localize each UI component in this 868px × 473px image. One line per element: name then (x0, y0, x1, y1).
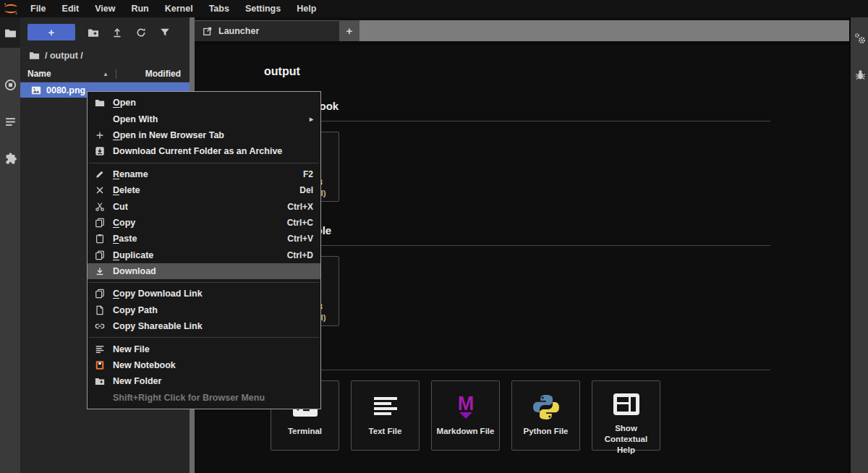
section-divider (264, 245, 770, 246)
folder-icon (29, 50, 40, 61)
menu-bar: File Edit View Run Kernel Tabs Settings … (0, 0, 868, 17)
sidebar-tab-toc[interactable] (0, 106, 20, 137)
menu-separator (89, 282, 319, 283)
menu-item-rename[interactable]: Rename F2 (88, 166, 320, 182)
menu-item-label: New Folder (113, 376, 313, 386)
menu-item-new-folder[interactable]: New Folder (88, 373, 320, 389)
new-launcher-button[interactable]: + (27, 24, 75, 41)
menu-item-label: New Notebook (113, 360, 313, 370)
menu-item-download[interactable]: Download (88, 263, 320, 279)
table-of-contents-icon (4, 116, 17, 128)
menu-shortcut: Ctrl+X (287, 202, 313, 212)
menu-item-label: Delete (113, 185, 299, 195)
section-header-other: Other (264, 349, 849, 361)
text-file-icon (371, 381, 400, 422)
download-icon (94, 266, 105, 276)
python-icon (532, 381, 561, 422)
text-lines-icon (94, 344, 105, 354)
sidebar-tab-property-inspector[interactable] (851, 27, 868, 49)
menu-view[interactable]: View (87, 0, 123, 17)
refresh-icon[interactable] (135, 27, 147, 38)
archive-download-icon (94, 146, 105, 156)
menu-item-copy-download-link[interactable]: Copy Download Link (88, 286, 320, 302)
jupyterlab-window: File Edit View Run Kernel Tabs Settings … (0, 0, 868, 473)
menu-item-label: Rename (113, 169, 303, 179)
menu-settings[interactable]: Settings (237, 0, 289, 17)
menu-item-copy[interactable]: Copy Ctrl+C (88, 215, 320, 231)
launcher-card-show-contextual-help[interactable]: Show Contextual Help (592, 380, 660, 451)
markdown-icon: M (451, 381, 480, 422)
running-kernels-icon (4, 79, 17, 91)
menu-item-label: Copy (113, 218, 287, 228)
sort-ascending-icon[interactable]: ▲ (103, 71, 109, 77)
section-header-console: Console (264, 224, 849, 236)
file-context-menu: Open Open With ▸ Open in New Browser Tab… (87, 91, 321, 409)
menu-item-open-in-new-browser-tab[interactable]: Open in New Browser Tab (88, 127, 320, 143)
menu-item-label: Download (113, 266, 313, 276)
notebook-card-row: Python 3 (ipykernel) (271, 132, 849, 202)
filter-icon[interactable] (159, 27, 171, 38)
menu-separator (89, 163, 319, 163)
launcher-card-python-file[interactable]: Python File (511, 380, 580, 451)
card-label: Terminal (286, 426, 324, 437)
menu-item-download-folder-archive[interactable]: Download Current Folder as an Archive (88, 143, 320, 159)
sidebar-tab-debugger[interactable] (851, 64, 868, 85)
menu-tabs[interactable]: Tabs (201, 0, 237, 17)
menu-item-label: Copy Download Link (113, 289, 313, 299)
menu-item-label: Copy Shareable Link (113, 321, 313, 331)
close-icon (94, 185, 105, 195)
menu-item-label: Open in New Browser Tab (113, 130, 313, 140)
copy-icon (94, 250, 105, 260)
menu-edit[interactable]: Edit (54, 0, 88, 17)
launcher-card-text-file[interactable]: Text File (351, 380, 420, 451)
card-label: Text File (367, 426, 404, 437)
menu-item-copy-path[interactable]: Copy Path (88, 302, 320, 318)
new-tab-button[interactable]: + (339, 20, 359, 41)
file-browser-toolbar: + (20, 17, 190, 43)
column-header-name[interactable]: Name (27, 69, 103, 79)
menu-shortcut: Del (299, 185, 313, 195)
menu-item-open[interactable]: Open (88, 95, 320, 111)
menu-item-cut[interactable]: Cut Ctrl+X (88, 198, 320, 214)
menu-separator (89, 337, 319, 338)
folder-icon (94, 98, 105, 108)
new-folder-icon (94, 376, 105, 386)
debugger-icon (854, 69, 867, 81)
upload-icon[interactable] (111, 27, 123, 38)
sidebar-tab-running[interactable] (0, 69, 20, 100)
menu-run[interactable]: Run (123, 0, 156, 17)
menu-help[interactable]: Help (289, 0, 324, 17)
menu-item-delete[interactable]: Delete Del (88, 182, 320, 198)
menu-item-paste[interactable]: Paste Ctrl+V (88, 231, 320, 247)
tab-bar: Launcher + (195, 20, 849, 45)
menu-file[interactable]: File (22, 0, 54, 17)
sidebar-tab-files[interactable] (0, 17, 20, 48)
file-icon (94, 305, 105, 315)
menu-item-open-with[interactable]: Open With ▸ (88, 111, 320, 127)
file-list-header: Name ▲ Modified (20, 66, 190, 82)
menu-item-new-notebook[interactable]: New Notebook (88, 357, 320, 373)
paste-icon (94, 234, 105, 244)
section-divider (264, 370, 770, 370)
breadcrumb-path: / output / (45, 51, 83, 61)
menu-kernel[interactable]: Kernel (157, 0, 201, 17)
file-name: 0080.png (46, 85, 85, 95)
menu-item-copy-shareable-link[interactable]: Copy Shareable Link (88, 318, 320, 334)
copy-icon (94, 289, 105, 299)
edit-icon (94, 169, 105, 179)
launcher-cwd-title: output (264, 65, 849, 78)
property-inspector-icon (854, 33, 867, 45)
launcher-icon (203, 26, 213, 36)
tab-label: Launcher (218, 26, 259, 36)
jupyter-logo-icon (2, 1, 20, 16)
cut-icon (94, 202, 105, 212)
tab-launcher[interactable]: Launcher (195, 20, 339, 41)
menu-item-new-file[interactable]: New File (88, 341, 320, 357)
breadcrumb[interactable]: / output / (20, 43, 190, 66)
launcher-card-markdown-file[interactable]: M Markdown File (431, 380, 500, 451)
column-divider (116, 69, 116, 79)
column-header-modified[interactable]: Modified (122, 69, 184, 79)
new-folder-icon[interactable] (88, 27, 99, 38)
sidebar-tab-extensions[interactable] (0, 143, 20, 174)
menu-item-duplicate[interactable]: Duplicate Ctrl+D (88, 247, 320, 263)
